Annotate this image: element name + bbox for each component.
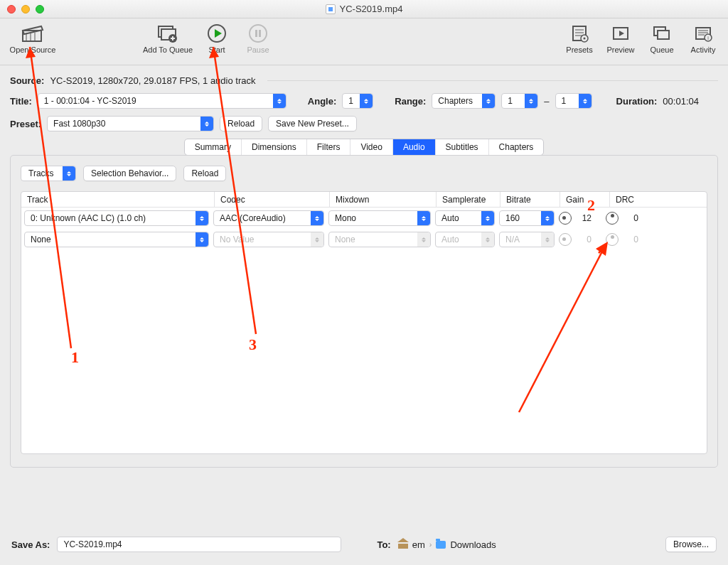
gain-knob-icon[interactable] [559, 212, 572, 225]
presets-icon [567, 23, 592, 44]
svg-rect-14 [259, 30, 261, 37]
range-from-select[interactable]: 1 [501, 93, 538, 109]
presets-label: Presets [566, 45, 592, 54]
tab-subtitles[interactable]: Subtitles [436, 139, 489, 155]
preset-reload-button[interactable]: Reload [220, 116, 262, 131]
angle-value: 1 [348, 96, 353, 106]
queue-icon [650, 23, 674, 44]
duration-label: Duration: [616, 96, 658, 107]
browse-button[interactable]: Browse... [665, 537, 717, 552]
track-select[interactable]: None [24, 232, 209, 247]
source-label: Source: [10, 75, 44, 86]
audio-panel: Tracks Selection Behavior... Reload Trac… [10, 155, 718, 468]
title-label: Title: [10, 96, 32, 107]
to-label: To: [377, 539, 390, 550]
svg-point-20 [584, 38, 586, 40]
start-button[interactable]: Start [196, 21, 237, 54]
main-toolbar: Open Source Add To Queue Start Pause Pre… [0, 18, 728, 65]
mixdown-select: None [328, 232, 431, 247]
col-gain[interactable]: Gain [560, 192, 610, 207]
open-source-button[interactable]: Open Source [4, 21, 61, 54]
duration-value: 00:01:04 [663, 96, 699, 107]
activity-label: Activity [691, 45, 716, 54]
tab-chapters[interactable]: Chapters [489, 139, 544, 155]
tab-filters[interactable]: Filters [307, 139, 351, 155]
drc-value: 0 [626, 235, 638, 244]
add-to-queue-button[interactable]: Add To Queue [139, 21, 196, 54]
title-value: 1 - 00:01:04 - YC-S2019 [44, 96, 136, 106]
col-bitrate[interactable]: Bitrate [500, 192, 560, 207]
tab-audio[interactable]: Audio [393, 139, 436, 155]
drc-knob-icon[interactable] [606, 212, 619, 225]
save-new-preset-button[interactable]: Save New Preset... [268, 116, 357, 131]
save-as-input[interactable]: YC-S2019.mp4 [57, 537, 341, 552]
drc-value: 0 [626, 213, 638, 223]
svg-marker-22 [619, 31, 624, 36]
chevron-right-icon: › [429, 540, 432, 549]
angle-label: Angle: [308, 96, 336, 107]
start-label: Start [208, 45, 225, 54]
tab-dimensions[interactable]: Dimensions [242, 139, 307, 155]
preset-label: Preset: [10, 119, 41, 129]
tracks-menu[interactable]: Tracks [21, 166, 76, 181]
track-select[interactable]: 0: Unknown (AAC LC) (1.0 ch) [24, 210, 209, 226]
svg-rect-13 [255, 30, 257, 37]
pause-button[interactable]: Pause [237, 21, 279, 54]
clapperboard-icon [21, 23, 45, 44]
play-icon [205, 23, 229, 44]
preset-select[interactable]: Fast 1080p30 [47, 116, 214, 131]
drc-knob-icon [606, 233, 619, 246]
tab-video[interactable]: Video [350, 139, 392, 155]
angle-select[interactable]: 1 [342, 93, 373, 109]
codec-select[interactable]: AAC (CoreAudio) [213, 210, 324, 226]
preview-label: Preview [606, 45, 634, 54]
preset-value: Fast 1080p30 [53, 119, 105, 129]
activity-button[interactable]: i Activity [682, 21, 724, 54]
title-select[interactable]: 1 - 00:01:04 - YC-S2019 [38, 93, 287, 109]
window-titlebar: YC-S2019.mp4 [0, 0, 728, 18]
col-samplerate[interactable]: Samplerate [437, 192, 500, 207]
audio-tracks-table: Track Codec Mixdown Samplerate Bitrate G… [21, 191, 707, 454]
range-dash: – [544, 96, 549, 107]
window-title: YC-S2019.mp4 [340, 4, 403, 14]
col-drc[interactable]: DRC [610, 192, 660, 207]
queue-label: Queue [650, 45, 673, 54]
images-plus-icon [156, 23, 180, 44]
bitrate-select: N/A [499, 232, 555, 247]
audio-track-row: None No Value None Auto N/A 0 0 [21, 229, 707, 250]
samplerate-select[interactable]: Auto [435, 210, 495, 226]
gain-value: 0 [579, 235, 592, 244]
path-user: em [412, 539, 425, 550]
destination-path[interactable]: em › Downloads [398, 539, 496, 550]
col-mixdown[interactable]: Mixdown [330, 192, 437, 207]
codec-select: No Value [213, 232, 324, 247]
svg-rect-24 [658, 31, 669, 39]
preview-button[interactable]: Preview [600, 21, 641, 54]
audio-reload-button[interactable]: Reload [183, 166, 226, 181]
open-source-label: Open Source [10, 45, 56, 54]
range-type-select[interactable]: Chapters [432, 93, 496, 109]
path-folder: Downloads [450, 539, 496, 550]
file-icon [326, 4, 336, 14]
samplerate-select: Auto [435, 232, 495, 247]
tab-summary[interactable]: Summary [185, 139, 242, 155]
range-label: Range: [395, 96, 426, 107]
range-to-select[interactable]: 1 [555, 93, 592, 109]
gain-knob-icon [559, 233, 572, 246]
folder-icon [436, 541, 446, 549]
mixdown-select[interactable]: Mono [328, 210, 431, 226]
presets-button[interactable]: Presets [559, 21, 600, 54]
source-row: Source: YC-S2019, 1280x720, 29.0187 FPS,… [10, 75, 718, 86]
range-from-value: 1 [508, 96, 513, 106]
preview-icon [609, 23, 633, 44]
bitrate-select[interactable]: 160 [499, 210, 555, 226]
queue-button[interactable]: Queue [641, 21, 682, 54]
gain-value: 12 [579, 213, 592, 223]
divider [267, 80, 719, 81]
selection-behavior-button[interactable]: Selection Behavior... [83, 166, 176, 181]
audio-track-row: 0: Unknown (AAC LC) (1.0 ch) AAC (CoreAu… [21, 208, 707, 229]
col-codec[interactable]: Codec [215, 192, 330, 207]
col-track[interactable]: Track [21, 192, 215, 207]
source-value: YC-S2019, 1280x720, 29.0187 FPS, 1 audio… [50, 75, 255, 86]
add-to-queue-label: Add To Queue [143, 45, 193, 54]
